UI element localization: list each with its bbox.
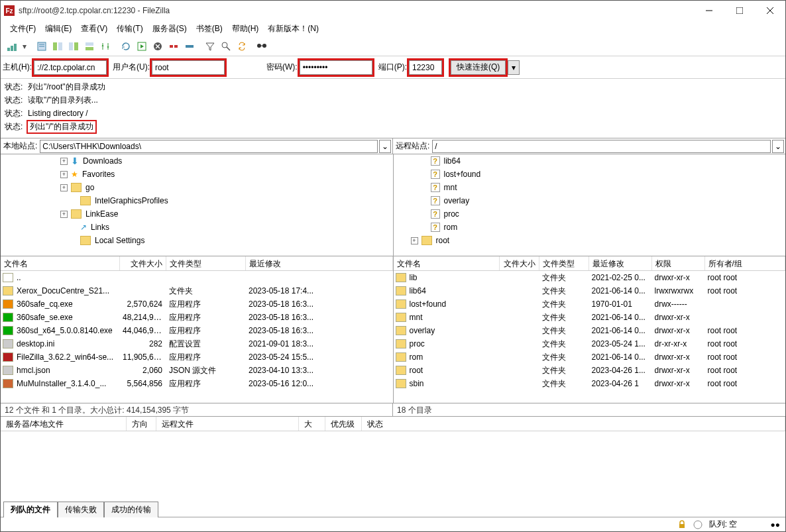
col-priority[interactable]: 优先级 — [325, 417, 362, 431]
list-item[interactable]: rom文件夹2021-06-14 0...drwxr-xr-xroot root — [394, 350, 786, 364]
process-queue-icon[interactable] — [135, 39, 149, 54]
tree-item[interactable]: ?rom — [394, 221, 786, 234]
col-direction[interactable]: 方向 — [127, 417, 156, 431]
toggle-log-icon[interactable] — [34, 39, 49, 54]
list-item[interactable]: 360safe_se.exe48,214,944应用程序2023-05-18 1… — [1, 311, 393, 324]
list-item[interactable]: MuMuInstaller_3.1.4.0_...5,564,856应用程序20… — [1, 377, 393, 390]
remote-tree[interactable]: ?lib64?lost+found?mnt?overlay?proc?rom+r… — [394, 154, 786, 256]
col-filesize[interactable]: 文件大小 — [120, 256, 166, 270]
statusbar: 队列: 空 ●● — [1, 517, 785, 531]
col-filesize[interactable]: 文件大小 — [500, 256, 539, 270]
local-tree[interactable]: +⬇Downloads+★Favorites+goIntelGraphicsPr… — [1, 154, 394, 256]
local-path-dropdown[interactable]: ⌄ — [379, 140, 391, 153]
menu-newversion[interactable]: 有新版本！(N) — [264, 22, 323, 36]
cancel-icon[interactable] — [150, 39, 165, 54]
menu-file[interactable]: 文件(F) — [6, 22, 40, 36]
queue-body[interactable] — [1, 431, 785, 501]
disconnect-icon[interactable] — [166, 39, 181, 54]
col-owner[interactable]: 所有者/组 — [705, 256, 786, 270]
queue-header: 服务器/本地文件 方向 远程文件 大小 优先级 状态 — [1, 417, 785, 431]
menu-edit[interactable]: 编辑(E) — [41, 22, 76, 36]
tree-item[interactable]: ?overlay — [394, 194, 786, 207]
list-item[interactable]: 360sd_x64_5.0.0.8140.exe44,046,920应用程序20… — [1, 324, 393, 337]
tab-failed[interactable]: 传输失败 — [58, 502, 104, 517]
sync-browsing-icon[interactable] — [98, 39, 113, 54]
list-item[interactable]: proc文件夹2023-05-24 1...dr-xr-xr-xroot roo… — [394, 337, 786, 350]
list-item[interactable]: lib文件夹2021-02-25 0...drwxr-xr-xroot root — [394, 271, 786, 284]
tree-item[interactable]: Local Settings — [1, 234, 393, 247]
tree-item[interactable]: ?mnt — [394, 181, 786, 194]
local-file-list[interactable]: 文件名 文件大小 文件类型 最近修改 ..Xerox_DocuCentre_S2… — [1, 256, 394, 403]
close-button[interactable] — [755, 1, 785, 21]
list-item[interactable]: .. — [1, 271, 393, 284]
list-item[interactable]: lib64文件夹2021-06-14 0...lrwxrwxrwxroot ro… — [394, 284, 786, 297]
list-item[interactable]: overlay文件夹2021-06-14 0...drwxr-xr-xroot … — [394, 324, 786, 337]
menu-bookmarks[interactable]: 书签(B) — [192, 22, 227, 36]
transfer-queue: 服务器/本地文件 方向 远程文件 大小 优先级 状态 — [1, 417, 785, 501]
col-modified[interactable]: 最近修改 — [246, 256, 393, 270]
site-manager-dropdown-icon[interactable]: ▾ — [21, 39, 28, 54]
remote-path-dropdown[interactable]: ⌄ — [772, 140, 784, 153]
col-status[interactable]: 状态 — [362, 417, 785, 431]
toggle-remote-tree-icon[interactable] — [66, 39, 81, 54]
sync-icon[interactable] — [235, 39, 249, 54]
list-item[interactable]: sbin文件夹2023-04-26 1drwxr-xr-xroot root — [394, 377, 786, 390]
col-size[interactable]: 大小 — [299, 417, 325, 431]
quickconnect-dropdown[interactable]: ▾ — [508, 60, 520, 75]
tree-item[interactable]: +LinkEase — [1, 207, 393, 221]
tree-item[interactable]: ?lost+found — [394, 168, 786, 181]
tab-success[interactable]: 成功的传输 — [104, 502, 158, 517]
refresh-icon[interactable] — [119, 39, 133, 54]
col-filetype[interactable]: 文件类型 — [539, 256, 589, 270]
filter-icon[interactable] — [203, 39, 217, 54]
list-item[interactable]: hmcl.json2,060JSON 源文件2023-04-10 13:3... — [1, 364, 393, 377]
password-input[interactable] — [300, 60, 372, 75]
col-filetype[interactable]: 文件类型 — [166, 256, 246, 270]
site-manager-icon[interactable] — [5, 39, 19, 54]
tree-item[interactable]: IntelGraphicsProfiles — [1, 194, 393, 207]
tree-item[interactable]: ?proc — [394, 207, 786, 221]
tree-item[interactable]: ?lib64 — [394, 154, 786, 168]
username-input[interactable] — [152, 60, 225, 75]
col-server-file[interactable]: 服务器/本地文件 — [1, 417, 127, 431]
list-item[interactable]: lost+found文件夹1970-01-01drwx------ — [394, 297, 786, 311]
menu-transfer[interactable]: 传输(T) — [113, 22, 146, 36]
list-item[interactable]: Xerox_DocuCentre_S21...文件夹2023-05-18 17:… — [1, 284, 393, 297]
col-remote-file[interactable]: 远程文件 — [156, 417, 299, 431]
local-path-input[interactable] — [40, 140, 378, 153]
tab-queued[interactable]: 列队的文件 — [3, 502, 58, 517]
list-item[interactable]: desktop.ini282配置设置2021-09-01 18:3... — [1, 337, 393, 350]
list-item[interactable]: mnt文件夹2021-06-14 0...drwxr-xr-x — [394, 311, 786, 324]
remote-path-input[interactable] — [432, 140, 771, 153]
list-item[interactable]: FileZilla_3.62.2_win64-se...11,905,648应用… — [1, 350, 393, 364]
tree-item[interactable]: +⬇Downloads — [1, 154, 393, 168]
menu-help[interactable]: 帮助(H) — [228, 22, 263, 36]
tree-item[interactable]: ↗Links — [1, 221, 393, 234]
message-log[interactable]: 状态:列出"/root"的目录成功状态:读取"/"的目录列表...状态:List… — [1, 79, 785, 138]
toggle-local-tree-icon[interactable] — [50, 39, 65, 54]
list-item[interactable]: 360safe_cq.exe2,570,624应用程序2023-05-18 16… — [1, 297, 393, 311]
quickconnect-button[interactable]: 快速连接(Q) — [451, 60, 506, 75]
toggle-queue-icon[interactable] — [82, 39, 97, 54]
col-permissions[interactable]: 权限 — [652, 256, 705, 270]
search-icon[interactable] — [255, 39, 270, 54]
host-input[interactable] — [34, 60, 107, 75]
port-input[interactable] — [409, 60, 442, 75]
col-filename[interactable]: 文件名 — [1, 256, 120, 270]
compare-icon[interactable] — [219, 39, 233, 54]
reconnect-icon[interactable] — [182, 39, 197, 54]
col-filename[interactable]: 文件名 — [394, 256, 500, 270]
remote-file-list[interactable]: 文件名 文件大小 文件类型 最近修改 权限 所有者/组 lib文件夹2021-0… — [394, 256, 786, 403]
minimize-button[interactable] — [694, 1, 724, 21]
tree-item[interactable]: +go — [1, 181, 393, 194]
maximize-button[interactable] — [724, 1, 755, 21]
tree-item[interactable]: +root — [394, 234, 786, 247]
tree-item[interactable]: +★Favorites — [1, 168, 393, 181]
menu-server[interactable]: 服务器(S) — [148, 22, 191, 36]
activity-icon: ●● — [771, 520, 781, 529]
list-item[interactable]: root文件夹2023-04-26 1...drwxr-xr-xroot roo… — [394, 364, 786, 377]
col-modified[interactable]: 最近修改 — [589, 256, 652, 270]
svg-rect-1 — [736, 7, 743, 14]
menu-view[interactable]: 查看(V) — [77, 22, 111, 36]
queue-tabs: 列队的文件 传输失败 成功的传输 — [1, 501, 785, 517]
